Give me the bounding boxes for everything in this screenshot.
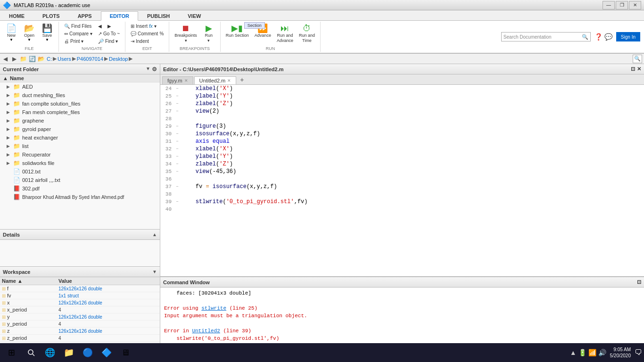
line-content: fv = isosurface(x,y,z,f) xyxy=(180,183,644,190)
table-row[interactable]: ⊞z_period 4 xyxy=(0,335,160,342)
table-row[interactable]: ⊞x 126x126x126 double xyxy=(0,299,160,306)
cmd-line xyxy=(164,320,640,327)
tray-volume-icon[interactable]: 🔊 xyxy=(598,349,606,356)
folder-up-icon[interactable]: 📁 xyxy=(20,56,27,62)
indent-button[interactable]: ⇥ Indent xyxy=(128,38,166,45)
goto-button[interactable]: ↗ Go To ~ xyxy=(96,30,122,37)
folder-options-icon[interactable]: ⚙ xyxy=(152,66,157,73)
compare-button[interactable]: ⇔ Compare ▾ xyxy=(62,30,95,37)
list-item[interactable]: 📄 0012 airfoil ,,,.txt xyxy=(0,176,160,184)
table-row[interactable]: ⊞y 126x126x126 double xyxy=(0,313,160,321)
untitled2-link[interactable]: Untitled2 xyxy=(192,328,220,334)
workspace-collapse-icon[interactable]: ▼ xyxy=(152,269,157,274)
help-icon[interactable]: ❓ xyxy=(594,33,603,41)
sign-in-button[interactable]: Sign In xyxy=(616,32,640,41)
tab-editor[interactable]: EDITOR xyxy=(101,11,138,21)
folder-collapse-icon[interactable]: ▼ xyxy=(146,66,150,73)
minimize-button[interactable]: — xyxy=(603,1,615,9)
new-button[interactable]: 📄 New ▼ xyxy=(3,23,20,43)
back-button[interactable]: ◀ xyxy=(96,23,104,30)
list-item[interactable]: 📕 Bharpoor Khud Aitmadi By Syed Irfan Ah… xyxy=(0,193,160,201)
tab-home[interactable]: HOME xyxy=(0,11,33,20)
taskbar-matlab-icon[interactable]: 🔷 xyxy=(98,344,115,361)
start-button[interactable]: ⊞ xyxy=(2,344,21,361)
code-editor[interactable]: 24 – xlabel('X') 25 – ylabel('Y') 26 – z… xyxy=(160,85,644,276)
line-dash: – xyxy=(174,85,180,92)
table-row[interactable]: ⊞y_period 4 xyxy=(0,321,160,328)
addr-back-button[interactable]: ◀ xyxy=(2,56,9,62)
notification-icon[interactable]: 🗨 xyxy=(635,348,642,357)
tray-network-icon[interactable]: 📶 xyxy=(588,349,596,356)
addr-users[interactable]: Users xyxy=(58,56,71,62)
run-section-button[interactable]: ▶▮ Run Section Section xyxy=(223,23,251,39)
list-item[interactable]: ▶ 📁 Recuperator xyxy=(0,150,160,159)
item-name: 302.pdf xyxy=(22,186,40,191)
addr-user[interactable]: P46097014 xyxy=(77,56,103,62)
list-item[interactable]: 📕 302.pdf xyxy=(0,184,160,193)
list-item[interactable]: ▶ 📁 duct meshing_files xyxy=(0,91,160,99)
list-item[interactable]: ▶ 📁 fan complte solution_files xyxy=(0,99,160,108)
community-icon[interactable]: 💬 xyxy=(604,33,612,41)
new-tab-button[interactable]: + xyxy=(237,75,247,84)
tab-fgyy-close[interactable]: ✕ xyxy=(184,78,188,83)
maximize-button[interactable]: ❐ xyxy=(616,1,628,9)
system-clock[interactable]: 9:05 AM 5/20/2020 xyxy=(610,346,631,359)
addr-desktop[interactable]: Desktop xyxy=(109,56,128,62)
run-time-button[interactable]: ⏱ Run and Time xyxy=(297,23,317,44)
details-collapse-icon[interactable]: ▲ xyxy=(152,232,157,237)
list-item[interactable]: ▶ 📁 AED xyxy=(0,82,160,91)
taskbar-chrome-icon[interactable]: 🔵 xyxy=(79,344,96,361)
addr-c[interactable]: C: xyxy=(47,56,52,62)
title-bar-controls[interactable]: — ❐ ✕ xyxy=(603,1,641,9)
taskbar-search-icon[interactable] xyxy=(23,344,40,361)
insert-button[interactable]: ⊞ Insert fx ▾ xyxy=(128,23,166,30)
list-item[interactable]: ▶ 📁 Fan mesh complete_files xyxy=(0,108,160,116)
tab-untitled2[interactable]: Untitled2.m ✕ xyxy=(194,76,237,84)
list-item[interactable]: ▶ 📁 gyroid paper xyxy=(0,125,160,133)
table-row[interactable]: ⊞fv 1x1 struct xyxy=(0,292,160,299)
save-button[interactable]: 💾 Save ▼ xyxy=(39,23,56,43)
table-row[interactable]: ⊞z 126x126x126 double xyxy=(0,328,160,335)
editor-expand-icon[interactable]: ⊡ xyxy=(631,66,635,72)
taskbar-system-icon[interactable]: 🖥 xyxy=(117,344,134,361)
forward-button[interactable]: ▶ xyxy=(105,23,114,30)
tab-plots[interactable]: PLOTS xyxy=(33,11,69,20)
taskbar-explorer-icon[interactable]: 📁 xyxy=(60,344,77,361)
open-button[interactable]: 📂 Open ▼ xyxy=(21,23,38,43)
find-button[interactable]: 🔎 Find ▾ xyxy=(96,38,122,45)
list-item[interactable]: 📄 0012.txt xyxy=(0,167,160,176)
list-item[interactable]: ▶ 📁 graphene xyxy=(0,116,160,125)
tray-battery-icon[interactable]: 🔋 xyxy=(578,349,586,356)
editor-close-icon[interactable]: ✕ xyxy=(637,66,641,72)
print-button[interactable]: 🖨 Print ▾ xyxy=(62,38,95,45)
taskbar-edge-icon[interactable]: 🌐 xyxy=(41,344,58,361)
close-button[interactable]: ✕ xyxy=(629,1,641,9)
tab-view[interactable]: VIEW xyxy=(179,11,210,20)
name-column-header[interactable]: Name xyxy=(10,75,24,81)
find-files-button[interactable]: 🔍 Find Files xyxy=(62,23,95,30)
addr-forward-button[interactable]: ▶ xyxy=(11,56,18,62)
tab-apps[interactable]: APPS xyxy=(69,11,101,20)
list-item[interactable]: ▶ 📁 heat exchanger xyxy=(0,133,160,142)
expand-icon: ▶ xyxy=(7,118,11,123)
list-item[interactable]: ▶ 📁 solidworks file xyxy=(0,159,160,167)
tab-untitled2-close[interactable]: ✕ xyxy=(227,78,231,83)
run-debug-button[interactable]: ▶ Run ▾ xyxy=(200,23,217,44)
list-item[interactable]: ▶ 📁 list xyxy=(0,142,160,150)
sync-icon[interactable]: 🔄 xyxy=(29,56,36,62)
line-number: 24 xyxy=(160,85,174,92)
run-advance-button[interactable]: ⏭ Run and Advance xyxy=(274,23,296,44)
table-row[interactable]: ⊞x_period 4 xyxy=(0,306,160,313)
line-content: xlabel('X') xyxy=(180,145,644,153)
comment-button[interactable]: 💬 Comment % xyxy=(128,30,166,37)
addr-search-button[interactable]: 🔍 xyxy=(633,55,642,63)
table-row[interactable]: ⊞f 126x126x126 double xyxy=(0,285,160,292)
tab-publish[interactable]: PUBLISH xyxy=(138,11,179,20)
stlwrite-link[interactable]: stlwrite xyxy=(201,305,226,311)
tab-fgyy[interactable]: fgyy.m ✕ xyxy=(162,76,193,84)
cmd-expand-icon[interactable]: ⊡ xyxy=(637,279,641,285)
breakpoints-button[interactable]: ⏹ Breakpoints ▾ xyxy=(172,23,199,44)
comment-icon: 💬 xyxy=(131,31,136,36)
search-box[interactable]: Search Documentation 🔍 xyxy=(501,32,591,41)
tray-up-icon[interactable]: ▲ xyxy=(570,349,577,356)
